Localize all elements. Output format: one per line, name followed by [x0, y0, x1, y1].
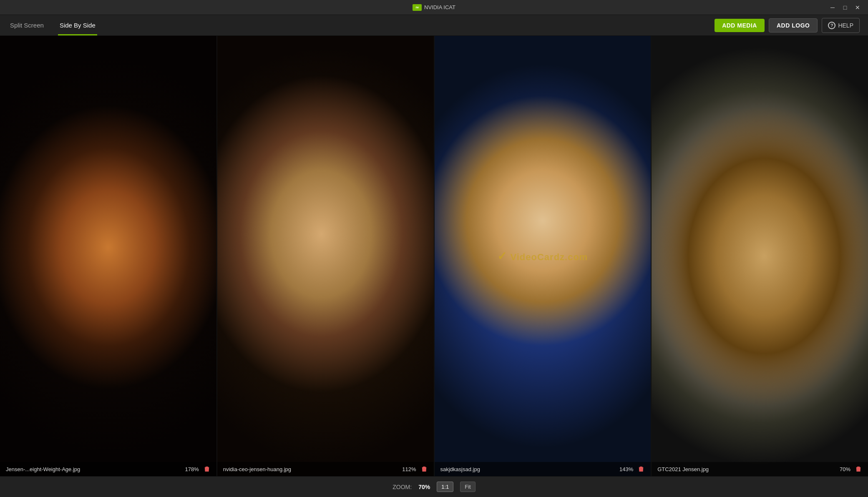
bottom-toolbar: ZOOM: 70% 1:1 Fit — [0, 476, 868, 497]
main-content: Jensen-...eight-Weight-Age.jpg 178% nvid… — [0, 36, 868, 476]
panel-3-watermark: ✓ VideoCardz.com — [497, 249, 588, 263]
zoom-label: ZOOM: — [392, 484, 412, 490]
nvidia-logo-icon: nv — [413, 4, 422, 11]
image-panel-4: GTC2021 Jensen.jpg 70% — [652, 36, 868, 476]
svg-rect-6 — [640, 468, 640, 471]
nav-tabs: Split Screen Side By Side — [8, 15, 97, 35]
panel-4-zoom: 70% — [840, 466, 850, 472]
svg-rect-0 — [206, 468, 206, 471]
panel-4-filename: GTC2021 Jensen.jpg — [657, 466, 709, 472]
svg-rect-5 — [425, 468, 425, 471]
close-button[interactable]: ✕ — [854, 4, 861, 11]
image-panels: Jensen-...eight-Weight-Age.jpg 178% nvid… — [0, 36, 868, 476]
image-panel-3: ✓ VideoCardz.com sakjdkasjsad.jpg 143% — [435, 36, 651, 476]
window-controls: ─ □ ✕ — [829, 4, 861, 11]
panel-3-filename: sakjdkasjsad.jpg — [440, 466, 480, 472]
svg-rect-10 — [858, 468, 858, 471]
app-title-container: nv NVIDIA ICAT — [413, 4, 455, 11]
image-panel-2: nvidia-ceo-jensen-huang.jpg 112% — [217, 36, 434, 476]
help-circle-icon: ? — [828, 22, 835, 29]
svg-rect-3 — [423, 468, 423, 471]
svg-rect-2 — [208, 468, 208, 471]
panel-1-info: Jensen-...eight-Weight-Age.jpg 178% — [0, 462, 216, 476]
svg-rect-11 — [859, 468, 860, 471]
help-button[interactable]: ? HELP — [822, 18, 860, 33]
zoom-1to1-button[interactable]: 1:1 — [437, 482, 453, 492]
image-panel-1: Jensen-...eight-Weight-Age.jpg 178% — [0, 36, 216, 476]
svg-rect-4 — [424, 468, 424, 471]
panel-1-delete-icon[interactable] — [203, 465, 211, 473]
maximize-button[interactable]: □ — [841, 4, 849, 11]
zoom-fit-button[interactable]: Fit — [460, 482, 475, 492]
panel-3-zoom-info: 143% — [619, 465, 645, 473]
tab-side-by-side[interactable]: Side By Side — [58, 15, 97, 35]
svg-rect-8 — [642, 468, 642, 471]
panel-4-zoom-info: 70% — [840, 465, 862, 473]
panel-1-zoom-info: 178% — [185, 465, 211, 473]
add-logo-button[interactable]: ADD LOGO — [769, 18, 818, 33]
nav-bar: Split Screen Side By Side ADD MEDIA ADD … — [0, 15, 868, 36]
panel-2-filename: nvidia-ceo-jensen-huang.jpg — [223, 466, 291, 472]
panel-3-delete-icon[interactable] — [637, 465, 645, 473]
panel-4-info: GTC2021 Jensen.jpg 70% — [652, 462, 868, 476]
panel-1-filename: Jensen-...eight-Weight-Age.jpg — [6, 466, 80, 472]
nav-actions: ADD MEDIA ADD LOGO ? HELP — [715, 18, 860, 33]
panel-1-zoom: 178% — [185, 466, 199, 472]
svg-rect-1 — [206, 468, 207, 471]
add-media-button[interactable]: ADD MEDIA — [715, 19, 765, 32]
app-title: NVIDIA ICAT — [424, 4, 455, 10]
svg-rect-7 — [641, 468, 642, 471]
panel-2-info: nvidia-ceo-jensen-huang.jpg 112% — [217, 462, 434, 476]
minimize-button[interactable]: ─ — [829, 4, 836, 11]
panel-4-delete-icon[interactable] — [855, 465, 862, 473]
panel-3-info: sakjdkasjsad.jpg 143% — [435, 462, 651, 476]
panel-2-zoom-info: 112% — [402, 465, 428, 473]
tab-split-screen[interactable]: Split Screen — [8, 15, 45, 35]
title-bar: nv NVIDIA ICAT ─ □ ✕ — [0, 0, 868, 15]
panel-3-zoom: 143% — [619, 466, 633, 472]
zoom-value: 70% — [418, 484, 430, 490]
panel-2-zoom: 112% — [402, 466, 416, 472]
svg-rect-9 — [857, 468, 858, 471]
panel-2-delete-icon[interactable] — [420, 465, 428, 473]
